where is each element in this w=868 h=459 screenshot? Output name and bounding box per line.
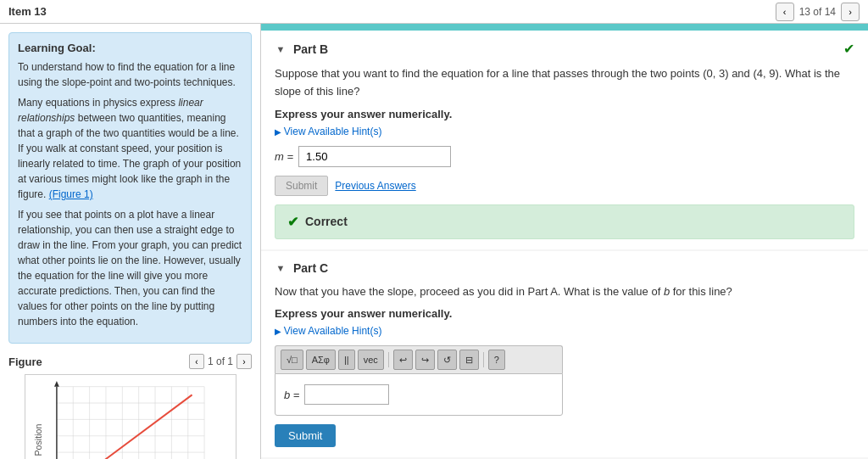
graph-container: Time Position [25, 374, 236, 459]
toolbar-sigma-btn[interactable]: ΑΣφ [306, 350, 336, 370]
part-b-header: ▼ Part B ✔ [275, 41, 854, 57]
header-navigation: ‹ 13 of 14 › [776, 3, 860, 21]
part-b-question: Suppose that you want to find the equati… [275, 65, 854, 101]
learning-goal-title: Learning Goal: [18, 42, 242, 54]
learning-goal-p3: If you see that points on a plot have a … [18, 207, 242, 329]
part-b-btn-row: Submit Previous Answers [275, 176, 854, 196]
part-c-submit-button[interactable]: Submit [275, 424, 336, 447]
toolbar-help-btn[interactable]: ? [488, 350, 505, 370]
figure-next-button[interactable]: › [236, 354, 252, 369]
toolbar-refresh-btn[interactable]: ↺ [437, 350, 457, 370]
content-area: ▼ Part B ✔ Suppose that you want to find… [261, 24, 868, 459]
part-b-check-icon: ✔ [843, 41, 854, 57]
part-c-input-area: b = [275, 373, 563, 416]
part-c-b-input[interactable] [304, 384, 389, 405]
prev-item-button[interactable]: ‹ [776, 3, 794, 21]
figure-header: Figure ‹ 1 of 1 › [8, 354, 252, 369]
part-b-collapse-button[interactable]: ▼ [275, 43, 287, 55]
figure-prev-button[interactable]: ‹ [189, 354, 204, 369]
sidebar: Learning Goal: To understand how to find… [0, 24, 261, 459]
learning-goal-p2: Many equations in physics express linear… [18, 95, 242, 202]
part-b-section: ▼ Part B ✔ Suppose that you want to find… [261, 31, 868, 249]
svg-line-21 [73, 395, 192, 459]
part-c-label: Part C [293, 261, 328, 275]
correct-box: ✔ Correct [275, 204, 854, 239]
figure-counter: 1 of 1 [208, 355, 233, 367]
part-c-express: Express your answer numerically. [275, 307, 854, 320]
learning-goal-p1: To understand how to find the equation f… [18, 59, 242, 90]
toolbar-separator-2 [483, 352, 484, 367]
toolbar-vec-btn[interactable]: vec [358, 350, 384, 370]
part-b-submit-button[interactable]: Submit [275, 176, 328, 196]
svg-marker-20 [54, 381, 59, 387]
toolbar-matrix-btn[interactable]: ⊟ [459, 350, 479, 370]
item-title: Item 13 [8, 5, 47, 18]
top-bar [261, 24, 868, 31]
toolbar-separator-1 [388, 352, 389, 367]
part-c-editor: √□ ΑΣφ || vec ↩ ↪ ↺ ⊟ ? b = [275, 345, 563, 416]
correct-check-icon: ✔ [287, 214, 298, 230]
learning-goal-box: Learning Goal: To understand how to find… [8, 32, 252, 344]
toolbar-abs-btn[interactable]: || [338, 350, 355, 370]
toolbar-redo-btn[interactable]: ↪ [415, 350, 435, 370]
part-b-label: Part B [293, 42, 328, 56]
part-b-input-row: m = [275, 146, 854, 167]
part-c-header-left: ▼ Part C [275, 261, 328, 275]
graph-svg: Time Position [29, 378, 232, 459]
part-c-hint-link[interactable]: View Available Hint(s) [275, 325, 854, 337]
toolbar-sqrt-btn[interactable]: √□ [281, 350, 303, 370]
part-b-express: Express your answer numerically. [275, 108, 854, 120]
part-c-toolbar: √□ ΑΣφ || vec ↩ ↪ ↺ ⊟ ? [275, 345, 563, 373]
header: Item 13 ‹ 13 of 14 › [0, 0, 868, 24]
part-b-prev-answers-link[interactable]: Previous Answers [335, 180, 415, 192]
figure1-link[interactable]: (Figure 1) [49, 188, 93, 200]
part-c-question: Now that you have the slope, proceed as … [275, 283, 854, 301]
item-counter: 13 of 14 [799, 6, 836, 18]
part-b-input-label: m = [275, 150, 293, 163]
figure-title: Figure [8, 355, 42, 368]
main-layout: Learning Goal: To understand how to find… [0, 24, 868, 459]
part-c-collapse-button[interactable]: ▼ [275, 262, 287, 274]
part-c-section: ▼ Part C Now that you have the slope, pr… [261, 251, 868, 458]
part-b-hint-link[interactable]: View Available Hint(s) [275, 126, 854, 137]
figure-nav: ‹ 1 of 1 › [189, 354, 252, 369]
part-c-b-label: b = [284, 389, 299, 401]
part-c-header: ▼ Part C [275, 261, 854, 275]
p2-prefix: Many equations in physics express [18, 97, 178, 109]
part-b-answer-input[interactable] [298, 146, 451, 167]
next-item-button[interactable]: › [841, 3, 860, 21]
svg-text:Position: Position [33, 424, 43, 456]
p2-suffix: between two quantities, meaning that a g… [18, 112, 241, 200]
correct-label: Correct [305, 215, 348, 228]
toolbar-undo-btn[interactable]: ↩ [393, 350, 413, 370]
figure-section: Figure ‹ 1 of 1 › [8, 354, 252, 459]
part-b-header-left: ▼ Part B [275, 42, 328, 56]
